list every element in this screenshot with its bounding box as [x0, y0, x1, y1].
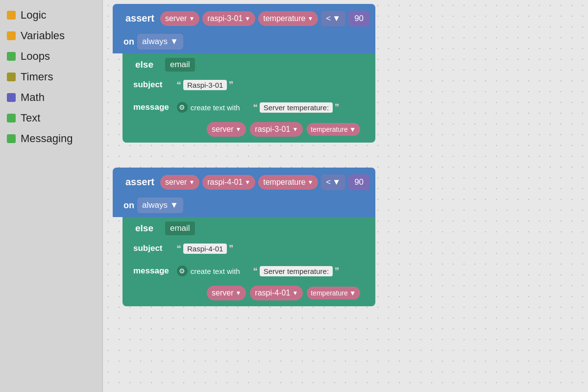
- device-pill-2[interactable]: raspi-4-01 ▼: [202, 175, 255, 190]
- subject-string-1[interactable]: ❝ Raspi-3-01 ❞: [172, 77, 239, 93]
- always-arrow-1: ▼: [170, 37, 178, 47]
- sidebar-label-timers: Timers: [21, 71, 53, 83]
- msg-metric-label-1: temperature: [311, 125, 347, 133]
- op-label-1: <: [326, 14, 331, 24]
- sidebar-item-math[interactable]: Math: [0, 87, 102, 108]
- num-block-2[interactable]: 90: [348, 174, 369, 190]
- sidebar-item-logic[interactable]: Logic: [0, 5, 102, 25]
- device-pill-arrow-1: ▼: [245, 15, 250, 22]
- variables-color: [7, 31, 16, 40]
- msg-server-pill-2[interactable]: server ▼: [207, 286, 246, 300]
- else-header-1: else email: [128, 57, 369, 72]
- num-value-1: 90: [354, 14, 364, 24]
- server-temp-string-2[interactable]: ❝ Server temperature: ❞: [248, 263, 344, 279]
- else-label-2: else: [128, 221, 160, 236]
- msg-server-arrow-1: ▼: [235, 126, 241, 133]
- assert-top-row-2: assert server ▼ raspi-4-01 ▼ temperature…: [119, 172, 369, 193]
- sidebar-item-messaging[interactable]: Messaging: [0, 128, 102, 149]
- metric-pill-label-2: temperature: [263, 178, 305, 187]
- op-block-2[interactable]: < ▼: [321, 174, 345, 190]
- metric-pill-label-1: temperature: [263, 14, 305, 23]
- msg-device-pill-1[interactable]: raspi-3-01 ▼: [250, 122, 303, 137]
- msg-metric-pill-2[interactable]: temperature ▼: [307, 287, 360, 299]
- num-value-2: 90: [354, 177, 364, 187]
- open-quote-m2: ❝: [253, 266, 258, 276]
- open-quote-s1: ❝: [176, 79, 181, 90]
- server-pill-2[interactable]: server ▼: [160, 175, 199, 190]
- msg-device-pill-2[interactable]: raspi-4-01 ▼: [250, 286, 303, 300]
- else-section-2: else email subject ❝ Raspi-4-01 ❞ messag…: [122, 217, 375, 306]
- subject-value-1: Raspi-3-01: [183, 80, 227, 90]
- always-dropdown-2[interactable]: always ▼: [137, 197, 183, 213]
- gear-icon-1: ⚙: [177, 102, 188, 113]
- assert-top-row-1: assert server ▼ raspi-3-01 ▼ temperature…: [119, 8, 369, 29]
- msg-metric-arrow-2: ▼: [349, 289, 356, 297]
- device-pill-1[interactable]: raspi-3-01 ▼: [202, 11, 255, 26]
- sidebar-item-timers[interactable]: Timers: [0, 67, 102, 87]
- subject-value-2: Raspi-4-01: [183, 244, 227, 254]
- loops-color: [7, 52, 16, 61]
- message-row-2: message ⚙ create text with ❝ Server temp…: [128, 261, 369, 281]
- message-row-1: message ⚙ create text with ❝ Server temp…: [128, 98, 369, 117]
- server-temp-value-1: Server temperature:: [260, 102, 333, 113]
- email-label-2: email: [165, 221, 195, 235]
- on-always-row-2: on always ▼: [123, 197, 369, 213]
- block-group-1: assert server ▼ raspi-3-01 ▼ temperature…: [113, 4, 375, 143]
- else-header-2: else email: [128, 221, 369, 236]
- close-quote-m2: ❞: [335, 266, 340, 276]
- subject-string-2[interactable]: ❝ Raspi-4-01 ❞: [172, 241, 239, 256]
- text-color: [7, 114, 16, 122]
- server-pill-arrow-2: ▼: [189, 179, 195, 186]
- metric-pill-2[interactable]: temperature ▼: [258, 175, 318, 190]
- sidebar-label-logic: Logic: [21, 9, 47, 22]
- server-pill-arrow-1: ▼: [189, 15, 195, 22]
- message-key-2: message: [133, 266, 169, 276]
- always-label-2: always: [142, 200, 168, 210]
- metric-pill-1[interactable]: temperature ▼: [258, 11, 318, 26]
- server-pill-1[interactable]: server ▼: [160, 11, 199, 26]
- assert-section-1: assert server ▼ raspi-3-01 ▼ temperature…: [113, 4, 375, 53]
- server-temp-string-1[interactable]: ❝ Server temperature: ❞: [248, 99, 344, 115]
- sidebar-label-text: Text: [21, 112, 40, 124]
- messaging-color: [7, 134, 16, 143]
- create-text-block-2[interactable]: ⚙ create text with: [173, 263, 244, 279]
- on-always-row-1: on always ▼: [123, 34, 369, 49]
- num-block-1[interactable]: 90: [348, 11, 369, 26]
- msg-metric-label-2: temperature: [311, 289, 347, 297]
- sidebar-item-text[interactable]: Text: [0, 108, 102, 128]
- device-pill-label-2: raspi-4-01: [207, 178, 243, 187]
- message-key-1: message: [133, 102, 169, 112]
- msg-server-arrow-2: ▼: [235, 290, 241, 296]
- logic-color: [7, 11, 16, 20]
- sidebar-item-variables[interactable]: Variables: [0, 25, 102, 46]
- close-quote-s2: ❞: [229, 243, 234, 254]
- metric-pill-arrow-2: ▼: [307, 179, 313, 186]
- create-text-block-1[interactable]: ⚙ create text with: [173, 99, 244, 115]
- msg-server-label-2: server: [212, 289, 233, 297]
- msg-device-label-1: raspi-3-01: [255, 125, 290, 134]
- msg-server-pill-1[interactable]: server ▼: [207, 122, 246, 137]
- msg-metric-arrow-1: ▼: [349, 125, 356, 133]
- message-pills-row-2: server ▼ raspi-4-01 ▼ temperature ▼: [128, 284, 369, 302]
- msg-metric-pill-1[interactable]: temperature ▼: [307, 123, 360, 136]
- msg-device-arrow-2: ▼: [292, 290, 298, 296]
- always-dropdown-1[interactable]: always ▼: [137, 34, 183, 49]
- op-block-1[interactable]: < ▼: [321, 11, 345, 26]
- metric-pill-arrow-1: ▼: [307, 15, 313, 22]
- open-quote-s2: ❝: [176, 243, 181, 254]
- msg-device-arrow-1: ▼: [292, 126, 298, 133]
- always-label-1: always: [142, 37, 168, 47]
- sidebar-item-loops[interactable]: Loops: [0, 46, 102, 67]
- sidebar-label-math: Math: [21, 91, 45, 104]
- math-color: [7, 93, 16, 102]
- email-label-1: email: [165, 58, 195, 72]
- close-quote-s1: ❞: [229, 79, 234, 90]
- op-label-2: <: [326, 177, 331, 187]
- subject-key-1: subject: [133, 80, 168, 90]
- device-pill-arrow-2: ▼: [245, 179, 250, 186]
- sidebar: Logic Variables Loops Timers Math Text M…: [0, 0, 103, 392]
- sidebar-label-variables: Variables: [21, 29, 65, 42]
- message-pills-row-1: server ▼ raspi-3-01 ▼ temperature ▼: [128, 120, 369, 139]
- server-pill-label-1: server: [165, 14, 187, 23]
- canvas: assert server ▼ raspi-3-01 ▼ temperature…: [103, 0, 588, 392]
